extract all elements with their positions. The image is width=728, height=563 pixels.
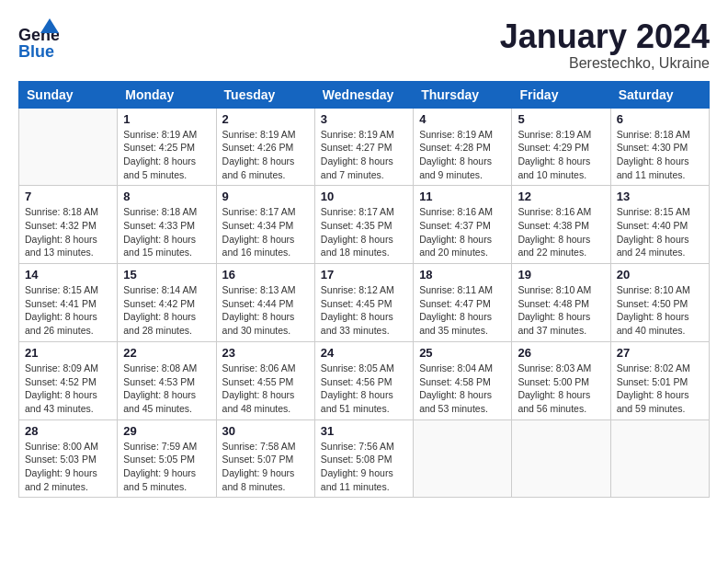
calendar-day-cell: 6Sunrise: 8:18 AM Sunset: 4:30 PM Daylig… bbox=[610, 108, 709, 186]
calendar-day-cell: 3Sunrise: 8:19 AM Sunset: 4:27 PM Daylig… bbox=[314, 108, 413, 186]
calendar-week-row: 28Sunrise: 8:00 AM Sunset: 5:03 PM Dayli… bbox=[19, 419, 710, 498]
day-number: 6 bbox=[617, 112, 703, 126]
page-header: General Blue January 2024 Berestechko, U… bbox=[18, 18, 710, 72]
day-number: 10 bbox=[321, 190, 407, 203]
calendar-week-row: 1Sunrise: 8:19 AM Sunset: 4:25 PM Daylig… bbox=[19, 108, 710, 186]
calendar-day-cell: 24Sunrise: 8:05 AM Sunset: 4:56 PM Dayli… bbox=[314, 341, 413, 419]
day-info: Sunrise: 8:11 AM Sunset: 4:47 PM Dayligh… bbox=[419, 283, 506, 338]
day-info: Sunrise: 8:10 AM Sunset: 4:50 PM Dayligh… bbox=[617, 283, 703, 338]
calendar-day-header: Tuesday bbox=[216, 81, 314, 108]
day-info: Sunrise: 8:09 AM Sunset: 4:52 PM Dayligh… bbox=[25, 362, 111, 416]
day-number: 26 bbox=[518, 346, 604, 360]
calendar-day-cell: 29Sunrise: 7:59 AM Sunset: 5:05 PM Dayli… bbox=[118, 419, 216, 498]
day-info: Sunrise: 8:18 AM Sunset: 4:32 PM Dayligh… bbox=[25, 205, 111, 259]
day-info: Sunrise: 8:16 AM Sunset: 4:38 PM Dayligh… bbox=[518, 205, 604, 259]
day-number: 15 bbox=[123, 268, 210, 282]
calendar-day-cell: 15Sunrise: 8:14 AM Sunset: 4:42 PM Dayli… bbox=[118, 264, 216, 342]
calendar-day-cell: 25Sunrise: 8:04 AM Sunset: 4:58 PM Dayli… bbox=[414, 341, 512, 419]
calendar-day-cell: 1Sunrise: 8:19 AM Sunset: 4:25 PM Daylig… bbox=[118, 108, 216, 186]
calendar-day-cell bbox=[610, 419, 709, 498]
day-number: 4 bbox=[419, 112, 506, 126]
day-info: Sunrise: 8:03 AM Sunset: 5:00 PM Dayligh… bbox=[518, 362, 604, 416]
calendar-day-header: Monday bbox=[118, 81, 216, 108]
day-info: Sunrise: 8:08 AM Sunset: 4:53 PM Dayligh… bbox=[123, 362, 210, 416]
day-info: Sunrise: 8:16 AM Sunset: 4:37 PM Dayligh… bbox=[419, 205, 506, 259]
month-title: January 2024 bbox=[500, 18, 710, 55]
day-info: Sunrise: 8:19 AM Sunset: 4:26 PM Dayligh… bbox=[222, 128, 309, 182]
calendar-day-cell: 31Sunrise: 7:56 AM Sunset: 5:08 PM Dayli… bbox=[314, 419, 413, 498]
calendar-day-cell: 13Sunrise: 8:15 AM Sunset: 4:40 PM Dayli… bbox=[610, 186, 709, 264]
calendar-day-cell bbox=[19, 108, 118, 186]
day-number: 30 bbox=[222, 424, 309, 438]
day-info: Sunrise: 8:02 AM Sunset: 5:01 PM Dayligh… bbox=[617, 362, 703, 416]
calendar-day-cell: 21Sunrise: 8:09 AM Sunset: 4:52 PM Dayli… bbox=[19, 341, 118, 419]
day-number: 18 bbox=[419, 268, 506, 282]
day-number: 11 bbox=[419, 190, 506, 203]
calendar-week-row: 7Sunrise: 8:18 AM Sunset: 4:32 PM Daylig… bbox=[19, 186, 710, 264]
calendar-day-cell: 23Sunrise: 8:06 AM Sunset: 4:55 PM Dayli… bbox=[216, 341, 314, 419]
day-number: 20 bbox=[617, 268, 703, 282]
calendar-day-cell: 26Sunrise: 8:03 AM Sunset: 5:00 PM Dayli… bbox=[512, 341, 610, 419]
day-number: 31 bbox=[321, 424, 407, 438]
day-number: 27 bbox=[617, 346, 703, 360]
day-number: 22 bbox=[123, 346, 210, 360]
calendar-day-cell: 30Sunrise: 7:58 AM Sunset: 5:07 PM Dayli… bbox=[216, 419, 314, 498]
title-block: January 2024 Berestechko, Ukraine bbox=[500, 18, 710, 72]
day-number: 9 bbox=[222, 190, 309, 203]
day-number: 3 bbox=[321, 112, 407, 126]
day-info: Sunrise: 8:12 AM Sunset: 4:45 PM Dayligh… bbox=[321, 283, 407, 338]
logo: General Blue bbox=[18, 18, 59, 59]
day-number: 28 bbox=[25, 424, 111, 438]
calendar-week-row: 21Sunrise: 8:09 AM Sunset: 4:52 PM Dayli… bbox=[19, 341, 710, 419]
calendar-day-cell: 8Sunrise: 8:18 AM Sunset: 4:33 PM Daylig… bbox=[118, 186, 216, 264]
calendar-day-cell: 7Sunrise: 8:18 AM Sunset: 4:32 PM Daylig… bbox=[19, 186, 118, 264]
calendar-day-cell: 22Sunrise: 8:08 AM Sunset: 4:53 PM Dayli… bbox=[118, 341, 216, 419]
day-info: Sunrise: 8:19 AM Sunset: 4:28 PM Dayligh… bbox=[419, 128, 506, 182]
calendar-day-cell bbox=[512, 419, 610, 498]
calendar-header-row: SundayMondayTuesdayWednesdayThursdayFrid… bbox=[19, 81, 710, 108]
day-info: Sunrise: 8:18 AM Sunset: 4:33 PM Dayligh… bbox=[123, 205, 210, 259]
day-info: Sunrise: 8:14 AM Sunset: 4:42 PM Dayligh… bbox=[123, 283, 210, 338]
calendar-day-cell: 4Sunrise: 8:19 AM Sunset: 4:28 PM Daylig… bbox=[414, 108, 512, 186]
day-info: Sunrise: 8:04 AM Sunset: 4:58 PM Dayligh… bbox=[419, 362, 506, 416]
day-number: 12 bbox=[518, 190, 604, 203]
day-number: 17 bbox=[321, 268, 407, 282]
location: Berestechko, Ukraine bbox=[500, 55, 710, 72]
calendar-day-cell: 18Sunrise: 8:11 AM Sunset: 4:47 PM Dayli… bbox=[414, 264, 512, 342]
calendar-day-header: Saturday bbox=[610, 81, 709, 108]
svg-text:Blue: Blue bbox=[18, 42, 54, 59]
day-info: Sunrise: 8:19 AM Sunset: 4:29 PM Dayligh… bbox=[518, 128, 604, 182]
calendar-day-cell: 11Sunrise: 8:16 AM Sunset: 4:37 PM Dayli… bbox=[414, 186, 512, 264]
calendar-day-cell: 16Sunrise: 8:13 AM Sunset: 4:44 PM Dayli… bbox=[216, 264, 314, 342]
calendar-day-cell: 10Sunrise: 8:17 AM Sunset: 4:35 PM Dayli… bbox=[314, 186, 413, 264]
calendar-day-cell: 5Sunrise: 8:19 AM Sunset: 4:29 PM Daylig… bbox=[512, 108, 610, 186]
calendar-day-cell: 27Sunrise: 8:02 AM Sunset: 5:01 PM Dayli… bbox=[610, 341, 709, 419]
calendar-day-cell: 19Sunrise: 8:10 AM Sunset: 4:48 PM Dayli… bbox=[512, 264, 610, 342]
day-info: Sunrise: 8:00 AM Sunset: 5:03 PM Dayligh… bbox=[25, 440, 111, 494]
day-info: Sunrise: 8:19 AM Sunset: 4:25 PM Dayligh… bbox=[123, 128, 210, 182]
day-info: Sunrise: 8:17 AM Sunset: 4:34 PM Dayligh… bbox=[222, 205, 309, 259]
day-info: Sunrise: 8:18 AM Sunset: 4:30 PM Dayligh… bbox=[617, 128, 703, 182]
day-number: 24 bbox=[321, 346, 407, 360]
day-number: 14 bbox=[25, 268, 111, 282]
calendar-day-header: Wednesday bbox=[314, 81, 413, 108]
day-info: Sunrise: 8:15 AM Sunset: 4:40 PM Dayligh… bbox=[617, 205, 703, 259]
day-number: 2 bbox=[222, 112, 309, 126]
logo-svg: General Blue bbox=[18, 18, 59, 59]
calendar-day-cell: 28Sunrise: 8:00 AM Sunset: 5:03 PM Dayli… bbox=[19, 419, 118, 498]
calendar-day-cell: 12Sunrise: 8:16 AM Sunset: 4:38 PM Dayli… bbox=[512, 186, 610, 264]
calendar-day-header: Thursday bbox=[414, 81, 512, 108]
day-number: 1 bbox=[123, 112, 210, 126]
day-number: 5 bbox=[518, 112, 604, 126]
day-info: Sunrise: 8:17 AM Sunset: 4:35 PM Dayligh… bbox=[321, 205, 407, 259]
calendar-day-header: Sunday bbox=[19, 81, 118, 108]
calendar-table: SundayMondayTuesdayWednesdayThursdayFrid… bbox=[18, 81, 710, 499]
day-number: 23 bbox=[222, 346, 309, 360]
day-number: 8 bbox=[123, 190, 210, 203]
day-number: 19 bbox=[518, 268, 604, 282]
calendar-day-cell: 9Sunrise: 8:17 AM Sunset: 4:34 PM Daylig… bbox=[216, 186, 314, 264]
day-number: 16 bbox=[222, 268, 309, 282]
calendar-day-cell: 17Sunrise: 8:12 AM Sunset: 4:45 PM Dayli… bbox=[314, 264, 413, 342]
calendar-body: 1Sunrise: 8:19 AM Sunset: 4:25 PM Daylig… bbox=[19, 108, 710, 498]
calendar-day-cell: 20Sunrise: 8:10 AM Sunset: 4:50 PM Dayli… bbox=[610, 264, 709, 342]
